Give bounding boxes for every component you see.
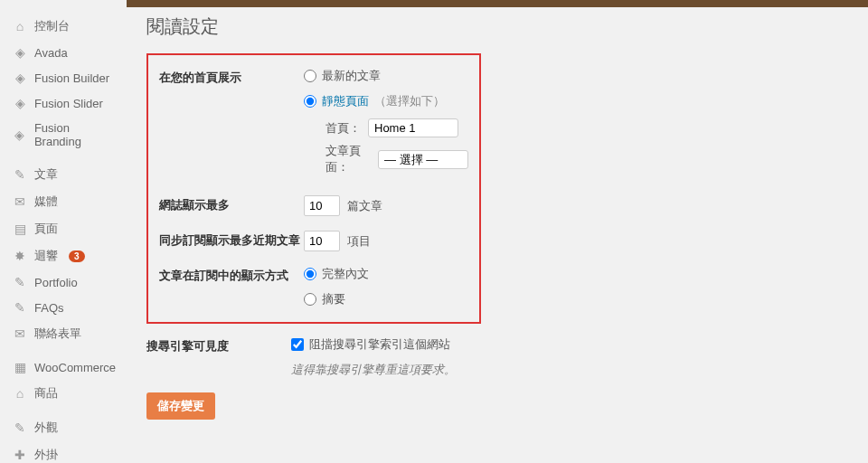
menu-label: 控制台 [34,18,70,34]
settings-box: 在您的首頁展示 最新的文章 靜態頁面 （選擇如下） 首頁： Home 1 文章頁… [146,53,481,324]
menu-label: 商品 [34,385,58,402]
menu-icon: ✚ [13,448,27,462]
sidebar-item-9[interactable]: ✸迴響3 [0,242,127,269]
menu-icon: ◈ [13,128,27,142]
radio-latest-input[interactable] [304,70,316,82]
menu-label: FAQs [34,301,64,315]
feed-max-input[interactable] [304,231,340,251]
postspage-select[interactable]: — 選擇 — [378,150,468,169]
menu-icon: ✎ [13,275,27,289]
menu-label: Fusion Slider [34,97,103,110]
label-seo: 搜尋引擎可見度 [146,336,291,354]
menu-label: 聯絡表單 [34,326,81,342]
feed-max-suffix: 項目 [347,233,371,250]
menu-label: 外觀 [34,420,58,436]
radio-feed-full-input[interactable] [304,268,316,280]
label-feed-max: 同步訂閱顯示最多近期文章 [159,231,304,249]
radio-feed-summary-input[interactable] [304,293,316,306]
menu-icon: ◈ [13,96,27,110]
menu-label: 文章 [34,166,58,183]
save-button[interactable]: 儲存變更 [146,392,215,420]
sidebar-item-7[interactable]: ✉媒體 [0,188,127,215]
menu-label: 頁面 [34,221,58,237]
sidebar-item-10[interactable]: ✎Portfolio [0,269,127,295]
homepage-select[interactable]: Home 1 [368,118,458,137]
menu-badge: 3 [69,250,85,262]
menu-icon: ▦ [13,360,27,374]
menu-icon: ✎ [13,167,27,182]
radio-feed-full[interactable]: 完整內文 [304,266,468,282]
menu-icon: ✸ [13,249,27,263]
radio-static-label: 靜態頁面 [322,93,369,109]
blog-max-suffix: 篇文章 [347,198,382,214]
sidebar-item-2[interactable]: ◈Fusion Builder [0,65,127,90]
content-area: 閱讀設定 在您的首頁展示 最新的文章 靜態頁面 （選擇如下） 首頁： Home … [127,0,868,463]
sidebar-item-18[interactable]: ✚外掛 [0,441,127,463]
menu-icon: ▤ [13,222,27,236]
menu-label: WooCommerce [34,361,116,374]
radio-static-page[interactable]: 靜態頁面 （選擇如下） [304,93,468,109]
radio-feed-summary[interactable]: 摘要 [304,291,468,307]
sidebar-item-6[interactable]: ✎文章 [0,161,127,188]
page-title: 閱讀設定 [146,14,848,39]
admin-sidebar: ⌂控制台◈Avada◈Fusion Builder◈Fusion Slider◈… [0,0,127,463]
label-front-page: 在您的首頁展示 [159,68,304,86]
radio-feed-full-label: 完整內文 [322,266,369,282]
postspage-label: 文章頁面： [326,143,371,175]
sidebar-item-14[interactable]: ▦WooCommerce [0,354,127,380]
homepage-label: 首頁： [326,120,361,137]
menu-icon: ✉ [13,326,27,341]
sidebar-item-1[interactable]: ◈Avada [0,40,127,65]
sidebar-item-11[interactable]: ✎FAQs [0,295,127,320]
menu-icon: ⌂ [13,19,27,33]
menu-icon: ✎ [13,420,27,435]
menu-icon: ◈ [13,71,27,85]
menu-icon: ⌂ [13,386,27,401]
radio-static-hint: （選擇如下） [374,93,445,109]
seo-block-checkbox[interactable]: 阻擋搜尋引擎索引這個網站 [291,336,481,353]
menu-label: 迴響 [34,248,58,264]
menu-icon: ✉ [13,194,27,209]
menu-icon: ✎ [13,300,27,315]
sidebar-item-12[interactable]: ✉聯絡表單 [0,320,127,347]
blog-max-input[interactable] [304,195,340,216]
seo-block-label: 阻擋搜尋引擎索引這個網站 [309,336,450,353]
radio-latest-label: 最新的文章 [322,68,381,84]
seo-block-input[interactable] [291,338,304,351]
label-blog-max: 網誌顯示最多 [159,195,304,213]
sidebar-item-17[interactable]: ✎外觀 [0,414,127,441]
radio-static-input[interactable] [304,95,316,108]
label-feed-mode: 文章在訂閱中的顯示方式 [159,266,304,284]
radio-latest-posts[interactable]: 最新的文章 [304,68,468,84]
sidebar-item-0[interactable]: ⌂控制台 [0,13,127,40]
sidebar-item-15[interactable]: ⌂商品 [0,380,127,407]
menu-label: Portfolio [34,276,78,289]
sidebar-item-8[interactable]: ▤頁面 [0,215,127,242]
menu-label: 外掛 [34,447,58,463]
radio-feed-summary-label: 摘要 [322,291,345,307]
sidebar-item-3[interactable]: ◈Fusion Slider [0,90,127,116]
menu-label: Avada [34,46,68,60]
menu-label: 媒體 [34,194,58,210]
sidebar-item-4[interactable]: ◈Fusion Branding [0,116,127,154]
menu-icon: ◈ [13,45,27,60]
menu-label: Fusion Builder [34,71,109,85]
seo-note: 這得靠搜尋引擎尊重這項要求。 [291,362,481,378]
menu-label: Fusion Branding [34,121,119,148]
